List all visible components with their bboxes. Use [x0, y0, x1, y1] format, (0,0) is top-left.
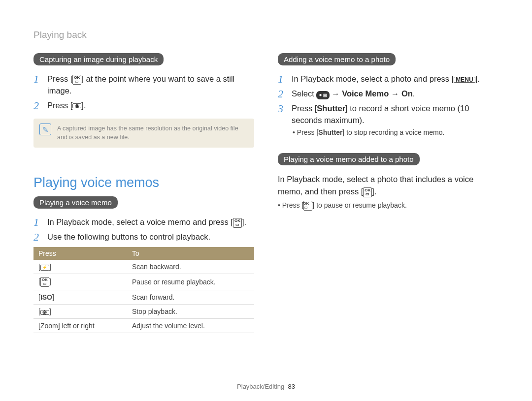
- note-text: A captured image has the same resolution…: [57, 125, 238, 141]
- ok-icon: OK▭: [303, 201, 312, 211]
- ok-icon: OK▭: [233, 218, 242, 228]
- text-fragment: • Press [: [293, 128, 318, 136]
- step-1: 1 Press [OK▭] at the point where you wan…: [33, 73, 254, 97]
- arrow-icon: →: [389, 89, 401, 98]
- ok-icon: OK▭: [40, 277, 49, 287]
- text-fragment: Press [: [47, 74, 72, 83]
- note-icon: ✎: [39, 123, 51, 135]
- table-header-to: To: [127, 247, 254, 260]
- step-number: 1: [33, 73, 47, 85]
- tulip-icon: ❀: [40, 310, 49, 315]
- iso-icon: ISO: [40, 293, 52, 301]
- r-step-2: 2 Select ●▤ → Voice Memo → On.: [278, 88, 499, 100]
- tulip-icon: ❀: [72, 103, 81, 108]
- table-cell-key: [ISO]: [33, 290, 127, 305]
- columns: Capturing an image during playback 1 Pre…: [33, 50, 499, 333]
- step-number: 1: [278, 73, 292, 85]
- text-fragment: Press [: [47, 101, 72, 110]
- table-row: [⚡] Scan backward.: [33, 260, 254, 274]
- footer-section: Playback/Editing: [237, 383, 284, 390]
- record-preset-icon: ●▤: [316, 91, 329, 99]
- text-fragment: ].: [372, 187, 376, 196]
- table-row: [OK▭] Pause or resume playback.: [33, 274, 254, 290]
- table-cell-action: Adjust the volume level.: [127, 319, 254, 333]
- table-cell-action: Scan forward.: [127, 290, 254, 305]
- table-cell-key: [Zoom] left or right: [33, 319, 127, 333]
- paragraph: In Playback mode, select a photo that in…: [278, 173, 499, 198]
- step-number: 1: [33, 216, 47, 228]
- text-fragment: In Playback mode, select a voice memo an…: [47, 217, 233, 226]
- step-text: Press [❀].: [47, 100, 254, 112]
- pill-playing-attached-memo: Playing a voice memo added to a photo: [278, 153, 420, 165]
- step-text: Press [Shutter] to record a short voice …: [292, 103, 499, 126]
- step-text: Use the following buttons to control pla…: [47, 231, 254, 243]
- manual-page: Playing back Capturing an image during p…: [0, 0, 532, 401]
- pill-playing-voice-memo: Playing a voice memo: [33, 196, 118, 209]
- text-fragment: Press [: [292, 104, 317, 113]
- page-number: 83: [288, 383, 295, 390]
- table-cell-action: Pause or resume playback.: [127, 274, 254, 290]
- text-fragment: .: [413, 89, 415, 98]
- ok-icon: OK▭: [363, 187, 372, 197]
- heading-voice-memos: Playing voice memos: [33, 175, 254, 190]
- pill-adding-voice-memo: Adding a voice memo to a photo: [278, 53, 396, 65]
- step-number: 2: [33, 231, 47, 243]
- text-bold: Shutter: [318, 128, 342, 136]
- table-row: [❀] Stop playback.: [33, 305, 254, 319]
- pvm-step-2: 2 Use the following buttons to control p…: [33, 231, 254, 243]
- text-bold: Shutter: [317, 104, 345, 113]
- table-cell-key: [⚡]: [33, 260, 127, 274]
- text-fragment: ].: [81, 101, 86, 110]
- text-fragment: ] to pause or resume playback.: [312, 201, 406, 209]
- note-box: ✎ A captured image has the same resoluti…: [33, 119, 254, 148]
- step-text: Select ●▤ → Voice Memo → On.: [292, 88, 499, 100]
- r-step-1: 1 In Playback mode, select a photo and p…: [278, 73, 499, 85]
- menu-icon: MENU: [454, 77, 475, 83]
- text-fragment: ].: [475, 74, 480, 83]
- right-column: Adding a voice memo to a photo 1 In Play…: [278, 50, 499, 333]
- pvm-step-1: 1 In Playback mode, select a voice memo …: [33, 216, 254, 228]
- text-fragment: Select: [292, 89, 316, 98]
- sub-bullet: • Press [OK▭] to pause or resume playbac…: [278, 201, 499, 211]
- text-bold: On: [401, 89, 413, 98]
- step-text: In Playback mode, select a photo and pre…: [292, 73, 499, 85]
- text-fragment: ].: [242, 217, 246, 226]
- pill-capture-image: Capturing an image during playback: [33, 53, 164, 65]
- controls-table: Press To [⚡] Scan backward. [OK▭] Pause …: [33, 247, 254, 333]
- table-row: [ISO] Scan forward.: [33, 290, 254, 305]
- table-row: [Zoom] left or right Adjust the volume l…: [33, 319, 254, 333]
- step-number: 2: [33, 100, 47, 112]
- table-cell-action: Scan backward.: [127, 260, 254, 274]
- text-bold: Voice Memo: [342, 89, 389, 98]
- flash-icon: ⚡: [40, 265, 49, 271]
- step-text: Press [OK▭] at the point where you want …: [47, 73, 254, 97]
- left-column: Capturing an image during playback 1 Pre…: [33, 50, 254, 333]
- text-fragment: • Press [: [278, 201, 303, 209]
- text-fragment: ] to stop recording a voice memo.: [342, 128, 444, 136]
- sub-bullet: • Press [Shutter] to stop recording a vo…: [293, 128, 499, 136]
- text-fragment: [Zoom] left or right: [38, 322, 95, 330]
- page-footer: Playback/Editing 83: [0, 383, 532, 390]
- table-header-press: Press: [33, 247, 127, 260]
- step-2: 2 Press [❀].: [33, 100, 254, 112]
- arrow-icon: →: [330, 89, 342, 98]
- ok-icon: OK▭: [72, 75, 81, 85]
- breadcrumb: Playing back: [33, 30, 499, 40]
- step-number: 3: [278, 103, 292, 115]
- text-fragment: In Playback mode, select a photo and pre…: [292, 74, 454, 83]
- step-number: 2: [278, 88, 292, 100]
- table-cell-action: Stop playback.: [127, 305, 254, 319]
- r-step-3: 3 Press [Shutter] to record a short voic…: [278, 103, 499, 126]
- table-cell-key: [❀]: [33, 305, 127, 319]
- table-cell-key: [OK▭]: [33, 274, 127, 290]
- step-text: In Playback mode, select a voice memo an…: [47, 216, 254, 228]
